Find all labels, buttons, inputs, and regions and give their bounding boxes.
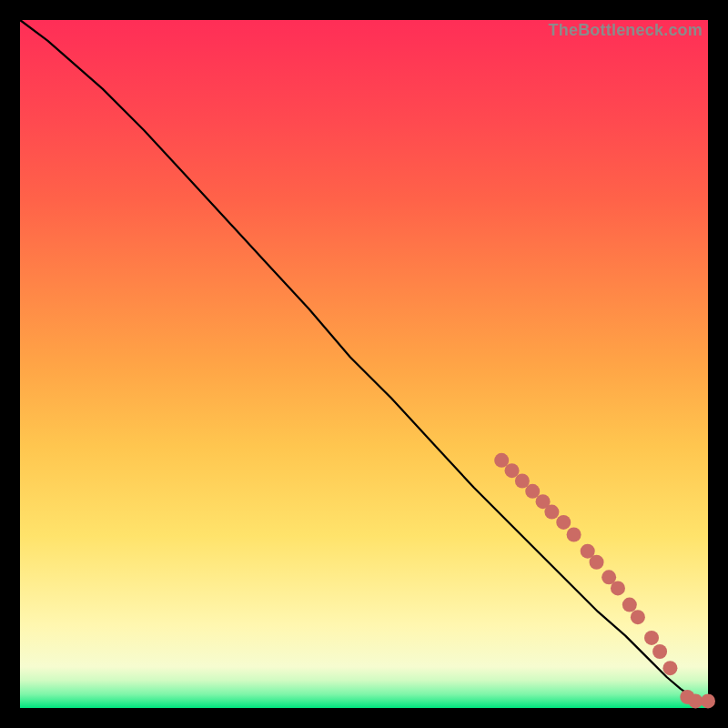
plot-area: TheBottleneck.com: [20, 20, 708, 708]
marker-dot: [662, 661, 677, 675]
marker-dot: [652, 644, 667, 659]
chart-stage: TheBottleneck.com: [0, 0, 728, 728]
chart-svg: [20, 20, 708, 708]
marker-layer: [494, 453, 715, 709]
curve-path: [20, 20, 708, 701]
marker-dot: [631, 610, 645, 624]
marker-dot: [515, 474, 530, 489]
marker-dot: [567, 527, 581, 541]
marker-dot: [505, 463, 520, 478]
marker-dot: [644, 631, 659, 645]
marker-dot: [701, 693, 715, 708]
marker-dot: [622, 598, 637, 612]
marker-dot: [556, 515, 571, 530]
marker-dot: [494, 453, 509, 468]
marker-dot: [611, 581, 625, 595]
marker-dot: [544, 505, 559, 520]
marker-dot: [688, 693, 703, 708]
marker-dot: [590, 555, 604, 570]
marker-dot: [525, 484, 540, 499]
